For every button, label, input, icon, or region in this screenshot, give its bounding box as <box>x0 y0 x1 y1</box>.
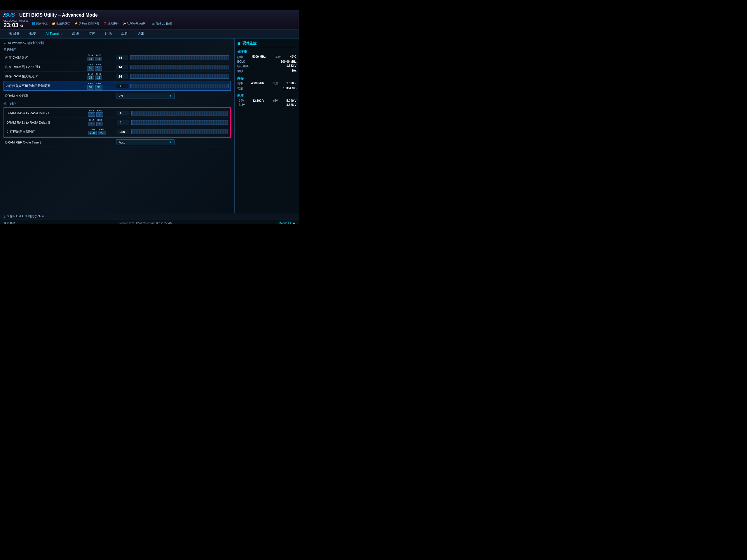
setting-dram-cmd-rate[interactable]: DRAM 指令速率 2N ▼ <box>3 92 231 100</box>
version-text: Version 2.21.1278 Copyright (C) 2022 AMI <box>15 222 277 224</box>
content-area: ← Ai Tweaker\内存时序控制 首选时序 内存 CAS# 延迟 CHA … <box>0 38 235 213</box>
dram-ref-value: Auto <box>119 140 126 144</box>
v33-label: +3.3V <box>237 103 245 106</box>
row-refresh-label: 为存行刷新周期时间 <box>6 130 88 134</box>
sidebar-volt-section: 电压 +12V 12.192 V +5V 5.040 V +3.3V 3.328… <box>237 94 297 106</box>
ras-cas-bar <box>130 65 229 70</box>
cas-bar <box>130 55 229 60</box>
ras-pre-cha-chb: CHA 15 CHB 15 <box>87 73 116 80</box>
row-refresh-bar <box>131 130 228 134</box>
ras-pre-bar <box>130 74 229 79</box>
dram-cmd-dropdown[interactable]: 2N ▼ <box>116 93 175 99</box>
row-refresh-value-bar: 250 <box>117 130 228 134</box>
sidebar-cpu-section: 处理器 频率 5000 MHz 温度 49°C BCLK 100.00 MHz … <box>237 50 297 73</box>
search-tool[interactable]: ❓ 搜索(F9) <box>103 22 119 26</box>
ez-mode-button[interactable]: EzMode | Ai ▶ <box>277 222 295 224</box>
qfan-tool[interactable]: ⚡ Q-Fan 控制(F6) <box>74 22 99 26</box>
dram-ras-s-value-bar: 4 <box>117 120 228 125</box>
section-priority2: 第二时序 <box>3 102 231 106</box>
dropdown-arrow-icon: ▼ <box>169 94 172 98</box>
nav-tools[interactable]: 工具 <box>117 29 133 38</box>
header-tools: 🌐 简体中文 📁 收藏夹(F3) ⚡ Q-Fan 控制(F6) ❓ 搜索(F9)… <box>32 22 172 26</box>
nav-bookmarks[interactable]: 收藏夹 <box>5 29 25 38</box>
bottom-bar: 最后修改 Version 2.21.1278 Copyright (C) 202… <box>0 220 299 224</box>
sidebar-mem-cap-row: 容量 16384 MB <box>237 87 297 91</box>
bclk-val: 100.00 MHz <box>281 60 297 63</box>
cpu-temp-val: 49°C <box>290 55 297 59</box>
mult-val: 50x <box>291 69 297 73</box>
setting-ras-cas[interactable]: 内存 RAS# 到 CAS# 延时 CHA 15 CHB 15 14 <box>3 62 231 72</box>
dram-ref-dropdown[interactable]: Auto ▼ <box>116 139 175 145</box>
vcore-val: 1.332 V <box>287 64 297 68</box>
cas-chb-box: CHB 14 <box>95 54 102 61</box>
setting-dram-ref-cycle[interactable]: DRAM REF Cycle Time 2 Auto ▼ <box>3 138 231 146</box>
lang-tool[interactable]: 🌐 简体中文 <box>32 22 48 26</box>
v12-label: +12V <box>237 99 244 102</box>
dram-ras-l-value: 4 <box>117 111 129 115</box>
ras-pre-value: 14 <box>116 74 128 79</box>
dram-ref-cycle-label: DRAM REF Cycle Time 2 <box>5 140 87 144</box>
main-layout: ← Ai Tweaker\内存时序控制 首选时序 内存 CAS# 延迟 CHA … <box>0 38 299 213</box>
mem-cap-label: 容量 <box>237 87 243 91</box>
setting-dram-ras-delay-l[interactable]: DRAM RAS# to RAS# Delay L CHA 4 CHB 4 4 <box>5 108 230 118</box>
bookmark-tool[interactable]: 📁 收藏夹(F3) <box>52 22 70 26</box>
dram-cmd-value: 2N <box>119 94 123 98</box>
info-icon: ℹ <box>3 214 5 218</box>
sidebar-vcore-row: 核心电压 1.332 V <box>237 64 297 68</box>
ras-cas-value: 14 <box>116 65 128 70</box>
cas-cha-box: CHA 14 <box>87 54 94 61</box>
bclk-label: BCLK <box>237 60 245 63</box>
nav-advanced[interactable]: 高级 <box>68 29 84 38</box>
v33-val: 3.328 V <box>287 103 297 106</box>
setting-row-active-precharge[interactable]: 内存行有效至预充电的最短周期 CHA 31 CHB 31 30 <box>3 81 231 91</box>
sidebar-mem-freq-row: 频率 4000 MHz 电压 1.568 V <box>237 82 297 86</box>
cas-chb-label: CHB <box>96 54 101 57</box>
resize-tool[interactable]: 📺 ReSize BAR <box>152 22 172 25</box>
sidebar-mem-section: 内存 频率 4000 MHz 电压 1.568 V 容量 16384 MB <box>237 76 297 91</box>
header-info: 05/12/2022 Thursday 23:03 ⚙ 🌐 简体中文 📁 收藏夹… <box>3 19 295 28</box>
gear-icon[interactable]: ⚙ <box>20 24 23 28</box>
dram-ras-l-cha-chb: CHA 4 CHB 4 <box>88 109 117 117</box>
sidebar-33v-row: +3.3V 3.328 V <box>237 103 297 106</box>
cas-value-bar: 14 <box>116 55 229 60</box>
dram-ras-s-bar <box>131 120 228 125</box>
mem-freq-label: 频率 <box>237 82 243 86</box>
ras-pre-value-bar: 14 <box>116 74 229 79</box>
setting-dram-ras-delay-s[interactable]: DRAM RAS# to RAS# Delay S CHA 4 CHB 4 4 <box>5 118 230 127</box>
sidebar-bclk-row: BCLK 100.00 MHz <box>237 60 297 63</box>
nav-monitor[interactable]: 监控 <box>84 29 100 38</box>
dram-ras-l-bar <box>131 111 228 115</box>
nav-ai-tweaker[interactable]: Ai Tweaker <box>41 30 68 38</box>
aura-tool[interactable]: ✨ AURA 开/关(F4) <box>123 22 147 26</box>
cpu-freq-label: 频率 <box>237 55 243 59</box>
nav-boot[interactable]: 启动 <box>100 29 117 38</box>
breadcrumb-arrow: ← <box>3 42 7 45</box>
bios-header: /SUS UEFI BIOS Utility – Advanced Mode 0… <box>0 10 299 29</box>
setting-row-refresh[interactable]: 为存行刷新周期时间 CHA 250 CHB 250 250 <box>5 127 230 136</box>
bios-title: UEFI BIOS Utility – Advanced Mode <box>19 12 98 18</box>
setting-ras-precharge[interactable]: 内存 RAS# 预充电延时 CHA 15 CHB 15 14 <box>3 72 231 81</box>
asus-logo: /SUS <box>3 12 15 18</box>
ras-cas-label: 内存 RAS# 到 CAS# 延时 <box>5 65 87 69</box>
cas-chb-value: 14 <box>95 57 102 61</box>
time-value: 23:03 <box>3 22 18 28</box>
sidebar-title-text: 硬件监控 <box>242 41 257 46</box>
setting-cas-latency[interactable]: 内存 CAS# 延迟 CHA 14 CHB 14 14 <box>3 53 231 62</box>
cas-cha-value: 14 <box>87 57 94 61</box>
ras-pre-label: 内存 RAS# 预充电延时 <box>5 74 87 78</box>
time: 23:03 ⚙ <box>3 22 28 28</box>
section-priority1: 首选时序 <box>3 48 231 52</box>
v5-label: +5V <box>273 99 278 102</box>
cpu-freq-val: 5000 MHz <box>252 55 266 59</box>
nav-overview[interactable]: 概要 <box>25 29 41 38</box>
row-active-value: 30 <box>117 84 128 88</box>
datetime: 05/12/2022 Thursday 23:03 ⚙ <box>3 19 28 28</box>
sidebar-cpu-title: 处理器 <box>237 50 297 54</box>
nav-exit[interactable]: 退出 <box>133 29 149 38</box>
cas-cha-label: CHA <box>88 54 93 57</box>
cas-cha-chb: CHA 14 CHB 14 <box>87 54 116 61</box>
sidebar-mult-row: 倍频 50x <box>237 69 297 73</box>
dram-ras-s-label: DRAM RAS# to RAS# Delay S <box>6 121 88 124</box>
cpu-temp-label: 温度 <box>275 55 281 59</box>
breadcrumb-text: Ai Tweaker\内存时序控制 <box>8 41 44 45</box>
